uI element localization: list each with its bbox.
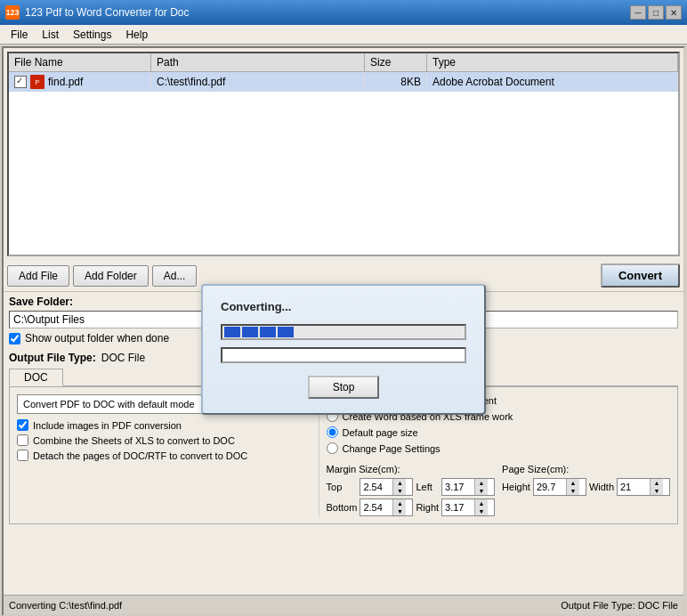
progress-text-bar [221,347,466,363]
main-window: File Name Path Size Type P find.pdf C:\t… [2,46,685,616]
maximize-button[interactable]: □ [648,5,664,20]
progress-block-4 [278,327,294,337]
menu-file[interactable]: File [4,27,35,43]
menu-help[interactable]: Help [118,27,155,43]
window-title: 123 Pdf to Word Converter for Doc [25,6,630,19]
progress-bar-inner [222,326,465,338]
close-button[interactable]: ✕ [666,5,682,20]
progress-block-3 [260,327,276,337]
dialog-title: Converting... [221,300,466,313]
app-icon: 123 [5,5,20,20]
minimize-button[interactable]: ─ [630,5,646,20]
menu-list[interactable]: List [35,27,66,43]
dialog-btn-row: Stop [221,376,466,399]
dialog-overlay: Converting... Stop [4,48,683,614]
progress-block-2 [242,327,258,337]
menu-bar: File List Settings Help [0,25,687,45]
window-controls: ─ □ ✕ [630,5,682,20]
progress-block-1 [224,327,240,337]
converting-dialog: Converting... Stop [201,284,486,415]
progress-bar [221,324,466,340]
title-bar: 123 123 Pdf to Word Converter for Doc ─ … [0,0,687,25]
menu-settings[interactable]: Settings [66,27,118,43]
stop-button[interactable]: Stop [308,376,379,399]
